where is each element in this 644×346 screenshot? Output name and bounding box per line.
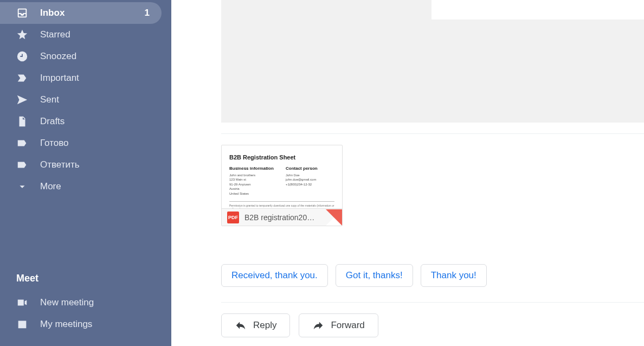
important-icon	[16, 72, 40, 84]
label-icon	[16, 137, 40, 149]
sidebar-item-label: More	[40, 181, 61, 192]
attachment-card[interactable]: B2B Registration Sheet Business informat…	[221, 145, 343, 226]
sidebar-item-label: Готово	[40, 138, 69, 149]
preview-contact-header: Contact person	[286, 166, 334, 171]
forward-label: Forward	[331, 320, 364, 331]
message-action-row: Reply Forward	[221, 313, 644, 337]
calendar-icon	[16, 318, 40, 330]
sidebar-item-label: My meetings	[40, 319, 92, 330]
inbox-icon	[16, 7, 40, 19]
actions-separator	[221, 302, 644, 303]
send-icon	[16, 94, 40, 106]
meet-new-meeting[interactable]: New meeting	[16, 292, 171, 313]
sidebar-item-label: Sent	[40, 94, 59, 105]
forward-button[interactable]: Forward	[299, 313, 378, 337]
star-icon	[16, 29, 40, 41]
smart-reply-chip[interactable]: Thank you!	[421, 264, 487, 287]
reply-label: Reply	[253, 320, 276, 331]
sidebar-item-label: Inbox	[40, 8, 65, 18]
sidebar-item-label: Snoozed	[40, 51, 76, 62]
inbox-count-badge: 1	[145, 8, 150, 18]
attachments-separator	[221, 133, 644, 134]
meet-title: Meet	[16, 273, 171, 292]
smart-reply-row: Received, thank you. Got it, thanks! Tha…	[221, 264, 644, 287]
sidebar-item-important[interactable]: Important	[0, 67, 171, 89]
attachment-preview: B2B Registration Sheet Business informat…	[222, 145, 342, 208]
sidebar-item-more[interactable]: More	[0, 176, 171, 197]
sidebar-item-gotovo[interactable]: Готово	[0, 132, 171, 154]
label-icon	[16, 159, 40, 171]
attachment-footer: PDF B2B registration20…	[222, 208, 342, 226]
pdf-icon: PDF	[227, 212, 239, 223]
smart-reply-chip[interactable]: Received, thank you.	[221, 264, 328, 287]
chevron-down-icon	[16, 181, 40, 193]
sidebar-item-label: Drafts	[40, 116, 65, 127]
clock-icon	[16, 50, 40, 62]
sidebar-item-otvetit[interactable]: Ответить	[0, 154, 171, 176]
smart-reply-chip[interactable]: Got it, thanks!	[336, 264, 413, 287]
sidebar-item-inbox[interactable]: Inbox 1	[0, 2, 162, 24]
attachment-filename: B2B registration20…	[244, 213, 314, 222]
video-icon	[16, 297, 40, 309]
sidebar-item-label: Important	[40, 73, 79, 84]
reply-button[interactable]: Reply	[221, 313, 290, 337]
sidebar-item-label: Starred	[40, 29, 70, 40]
preview-biz-header: Business information	[229, 166, 278, 171]
sidebar-folders: Inbox 1 Starred Snoozed Important	[0, 2, 171, 259]
sidebar: Inbox 1 Starred Snoozed Important	[0, 0, 171, 346]
sidebar-item-label: Ответить	[40, 159, 80, 170]
reply-arrow-icon	[235, 319, 247, 331]
sidebar-item-snoozed[interactable]: Snoozed	[0, 46, 171, 67]
sidebar-item-starred[interactable]: Starred	[0, 24, 171, 46]
meet-section: Meet New meeting My meetings	[0, 259, 171, 346]
meet-my-meetings[interactable]: My meetings	[16, 313, 171, 335]
message-pane: B2B Registration Sheet Business informat…	[171, 0, 644, 346]
forward-arrow-icon	[312, 319, 324, 331]
sidebar-item-label: New meeting	[40, 297, 94, 308]
corner-fold-icon	[326, 209, 342, 226]
attachment-preview-title: B2B Registration Sheet	[229, 154, 334, 161]
message-body-placeholder	[221, 0, 644, 123]
sidebar-item-drafts[interactable]: Drafts	[0, 111, 171, 132]
document-icon	[16, 116, 40, 127]
sidebar-item-sent[interactable]: Sent	[0, 89, 171, 111]
